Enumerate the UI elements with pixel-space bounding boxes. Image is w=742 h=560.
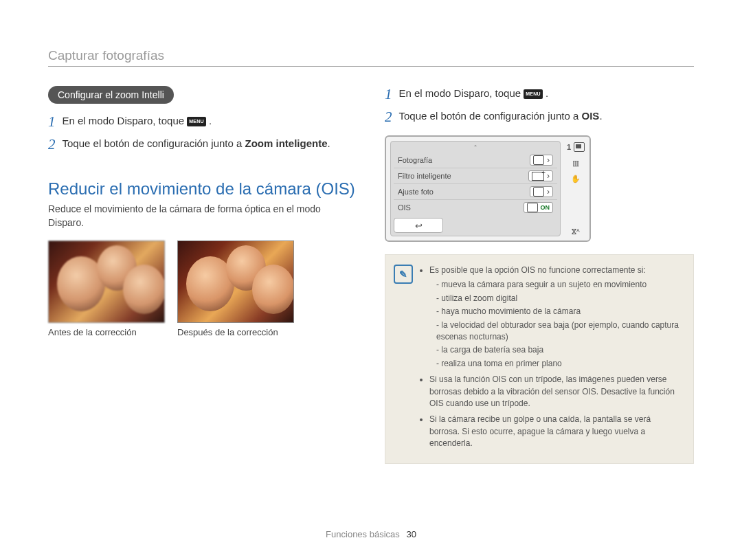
note-item: realiza una toma en primer plano xyxy=(436,358,682,370)
camera-lcd-block: ˆ Fotografía › Filtro inteligente › Ajus… xyxy=(385,135,694,242)
chevron-right-icon: › xyxy=(547,187,550,197)
note-item: Si usa la función OIS con un trípode, la… xyxy=(429,374,682,410)
note-item: la carga de batería sea baja xyxy=(436,344,682,356)
sample-images-row: Antes de la corrección Después de la cor… xyxy=(48,240,357,337)
left-column: Configurar el zoom Intelli 1 En el modo … xyxy=(48,86,357,464)
lcd-setting-icon: › xyxy=(530,155,553,166)
note-item: haya mucho movimiento de la cámara xyxy=(436,306,682,317)
left-step-1: 1 En el modo Disparo, toque MENU . xyxy=(48,113,357,129)
footer-section: Funciones básicas xyxy=(326,529,400,539)
sd-card-icon: ▥ xyxy=(572,159,579,168)
lcd-row-ajuste: Ajuste foto › xyxy=(394,183,557,199)
note-head: Es posible que la opción OIS no funcione… xyxy=(429,265,646,275)
lcd-label: Filtro inteligente xyxy=(398,172,451,180)
intelli-zoom-pill: Configurar el zoom Intelli xyxy=(48,86,174,104)
step-text: En el modo Disparo, toque MENU . xyxy=(63,113,212,128)
lcd-counter: 1 xyxy=(567,142,585,152)
battery-icon xyxy=(574,142,585,152)
note-item: utiliza el zoom digital xyxy=(436,293,682,304)
ois-section-title: Reducir el movimiento de la cámara (OIS) xyxy=(48,179,357,199)
lcd-setting-icon: › xyxy=(530,186,553,197)
page-header: Capturar fotografías xyxy=(48,48,694,67)
bold-text: OIS xyxy=(582,110,600,122)
ois-status-icon: ✋ xyxy=(571,175,581,183)
lcd-scroll-up: ˆ xyxy=(394,144,557,153)
lcd-status-side: 1 ▥ ✋ ⴵᴬ xyxy=(566,141,585,236)
text-fragment: Toque el botón de configuración junto a xyxy=(399,110,582,122)
page-number: 30 xyxy=(406,529,416,539)
step-number: 1 xyxy=(385,87,392,102)
ois-note-box: ✎ Es posible que la opción OIS no funcio… xyxy=(385,254,694,464)
lcd-back-button: ↩ xyxy=(394,218,443,233)
ois-section-desc: Reduce el movimiento de la cámara de for… xyxy=(48,203,357,229)
step-number: 1 xyxy=(48,115,56,129)
chevron-right-icon: › xyxy=(547,171,550,181)
note-item: la velocidad del obturador sea baja (por… xyxy=(436,320,682,344)
text-fragment: Toque el botón de configuración junto a xyxy=(63,137,245,149)
text-fragment: . xyxy=(546,87,548,99)
step-text: Toque el botón de configuración junto a … xyxy=(63,136,330,151)
chevron-right-icon: › xyxy=(547,155,550,165)
lcd-label: Fotografía xyxy=(398,156,432,164)
after-image-block: Después de la corrección xyxy=(177,240,294,337)
lcd-row-filtro: Filtro inteligente › xyxy=(394,168,557,183)
note-item: mueva la cámara para seguir a un sujeto … xyxy=(436,279,682,291)
menu-icon: MENU xyxy=(187,117,205,126)
menu-icon: MENU xyxy=(524,89,542,99)
text-fragment: . xyxy=(209,115,212,126)
lcd-setting-icon: › xyxy=(528,170,553,181)
lcd-menu: ˆ Fotografía › Filtro inteligente › Ajus… xyxy=(390,141,561,236)
note-icon: ✎ xyxy=(394,265,413,284)
note-item: Si la cámara recibe un golpe o una caída… xyxy=(429,414,682,449)
step-number: 2 xyxy=(385,110,392,124)
lcd-label: OIS xyxy=(398,203,411,212)
page-footer: Funciones básicas 30 xyxy=(0,529,742,539)
camera-lcd: ˆ Fotografía › Filtro inteligente › Ajus… xyxy=(385,135,591,242)
step-number: 2 xyxy=(48,137,56,152)
lcd-row-ois: OIS ON xyxy=(394,199,557,215)
text-fragment: En el modo Disparo, toque xyxy=(399,87,524,99)
after-caption: Después de la corrección xyxy=(177,327,294,337)
lcd-ois-on-badge: ON xyxy=(524,202,554,213)
after-photo xyxy=(177,240,294,323)
lcd-row-fotografia: Fotografía › xyxy=(394,153,557,168)
right-step-1: 1 En el modo Disparo, toque MENU . xyxy=(385,86,694,102)
bold-text: Zoom inteligente xyxy=(245,137,328,149)
flash-icon: ⴵᴬ xyxy=(572,227,580,236)
right-step-2: 2 Toque el botón de configuración junto … xyxy=(385,109,694,124)
step-text: En el modo Disparo, toque MENU . xyxy=(399,86,549,101)
text-fragment: En el modo Disparo, toque xyxy=(63,115,188,126)
right-column: 1 En el modo Disparo, toque MENU . 2 Toq… xyxy=(385,86,694,464)
step-text: Toque el botón de configuración junto a … xyxy=(399,109,603,124)
text-fragment: . xyxy=(328,137,330,149)
left-step-2: 2 Toque el botón de configuración junto … xyxy=(48,136,357,152)
text-fragment: . xyxy=(599,110,602,122)
lcd-label: Ajuste foto xyxy=(398,188,434,196)
before-image-block: Antes de la corrección xyxy=(48,240,165,337)
before-caption: Antes de la corrección xyxy=(48,327,165,337)
before-photo xyxy=(48,240,165,323)
on-label: ON xyxy=(541,204,550,211)
